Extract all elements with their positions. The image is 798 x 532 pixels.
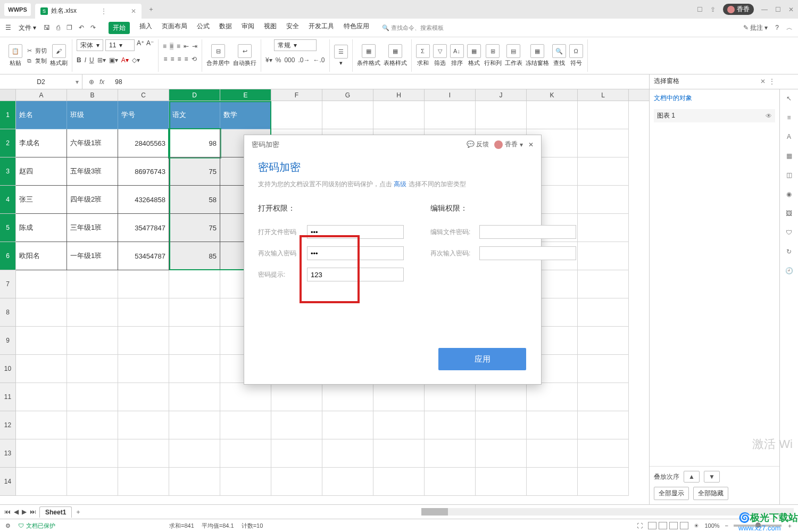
border-button[interactable]: ⊞▾ bbox=[97, 56, 106, 64]
cell[interactable] bbox=[271, 468, 322, 496]
cell[interactable] bbox=[373, 101, 425, 129]
cell[interactable]: 三年级1班 bbox=[67, 214, 118, 242]
indent-inc-icon[interactable]: ⇥ bbox=[192, 43, 197, 50]
cell[interactable] bbox=[118, 411, 169, 439]
cell[interactable] bbox=[118, 327, 169, 355]
collapse-ribbon-icon[interactable]: ︿ bbox=[786, 23, 793, 32]
visibility-toggle-icon[interactable]: 👁 bbox=[766, 112, 772, 120]
tab-menu-icon[interactable]: ⋮ bbox=[101, 7, 107, 15]
cell[interactable]: 35477847 bbox=[118, 214, 169, 242]
align-bot-icon[interactable]: ≡ bbox=[177, 43, 180, 50]
cell[interactable] bbox=[16, 439, 67, 468]
filter-button[interactable]: ▽筛选 bbox=[433, 44, 447, 67]
cell[interactable]: 五年级3班 bbox=[67, 157, 118, 186]
cell[interactable] bbox=[118, 298, 169, 327]
cell[interactable] bbox=[169, 468, 220, 496]
row-header[interactable]: 14 bbox=[0, 468, 16, 496]
edit-password-confirm-input[interactable] bbox=[479, 246, 576, 260]
cell[interactable]: 赵四 bbox=[16, 157, 67, 186]
cell[interactable]: 75 bbox=[169, 214, 220, 242]
font-color-button[interactable]: A▾ bbox=[121, 56, 129, 64]
cell[interactable]: 75 bbox=[169, 157, 220, 186]
row-header[interactable]: 5 bbox=[0, 214, 16, 242]
cell[interactable] bbox=[169, 298, 220, 327]
underline-button[interactable]: U bbox=[89, 56, 94, 64]
cell[interactable] bbox=[527, 411, 578, 439]
feedback-button[interactable]: 💬 反馈 bbox=[467, 140, 489, 149]
cell[interactable] bbox=[67, 468, 118, 496]
cell[interactable] bbox=[578, 327, 629, 355]
user-badge[interactable]: 香香 bbox=[723, 4, 754, 15]
cell[interactable] bbox=[322, 439, 373, 468]
col-header[interactable]: L bbox=[578, 89, 629, 101]
cell[interactable] bbox=[578, 468, 629, 496]
fx-label[interactable]: fx bbox=[99, 78, 104, 86]
cell[interactable] bbox=[16, 327, 67, 355]
number-format-select[interactable]: 常规▾ bbox=[274, 39, 317, 51]
cell[interactable] bbox=[578, 242, 629, 270]
close-tab-icon[interactable]: ✕ bbox=[131, 7, 136, 15]
cell[interactable] bbox=[578, 439, 629, 468]
cell[interactable] bbox=[169, 355, 220, 383]
help-icon[interactable]: ? bbox=[775, 24, 779, 31]
tab-review[interactable]: 审阅 bbox=[242, 22, 254, 34]
cell[interactable] bbox=[425, 439, 476, 468]
select-all-corner[interactable] bbox=[0, 89, 16, 101]
align-mid-icon[interactable]: ≡ bbox=[170, 43, 173, 50]
cell[interactable] bbox=[425, 411, 476, 439]
share-icon[interactable]: ⇪ bbox=[710, 6, 716, 13]
select-icon[interactable]: ↖ bbox=[786, 95, 792, 102]
cell[interactable]: 语文 bbox=[169, 101, 220, 129]
cell[interactable] bbox=[67, 439, 118, 468]
italic-button[interactable]: I bbox=[85, 56, 86, 64]
copy-button[interactable]: ⧉复制 bbox=[26, 57, 47, 65]
cell[interactable] bbox=[578, 101, 629, 129]
align-justify-icon[interactable]: ≡ bbox=[185, 55, 188, 63]
cell[interactable]: 四年级2班 bbox=[67, 186, 118, 214]
cell[interactable] bbox=[271, 101, 322, 129]
col-header[interactable]: G bbox=[322, 89, 373, 101]
cell[interactable] bbox=[118, 468, 169, 496]
decrease-font-icon[interactable]: A⁻ bbox=[146, 39, 154, 51]
orientation-icon[interactable]: ⟲ bbox=[192, 55, 197, 63]
col-header[interactable]: J bbox=[476, 89, 527, 101]
wrap-text-button[interactable]: ↩自动换行 bbox=[233, 44, 256, 67]
font-size-select[interactable]: 11▾ bbox=[105, 39, 135, 51]
cell[interactable] bbox=[220, 383, 271, 411]
text-icon[interactable]: A bbox=[787, 133, 791, 140]
cell[interactable]: 班级 bbox=[67, 101, 118, 129]
advanced-link[interactable]: 高级 bbox=[394, 180, 406, 188]
dialog-close-icon[interactable]: ✕ bbox=[528, 141, 534, 148]
settings-icon[interactable]: ⚙ bbox=[5, 522, 11, 529]
row-header[interactable]: 10 bbox=[0, 355, 16, 383]
cell[interactable] bbox=[220, 439, 271, 468]
font-name-select[interactable]: 宋体▾ bbox=[77, 39, 103, 51]
cell[interactable] bbox=[578, 270, 629, 298]
hide-all-button[interactable]: 全部隐藏 bbox=[693, 487, 728, 500]
freeze-button[interactable]: ▦冻结窗格 bbox=[526, 44, 549, 67]
cell[interactable] bbox=[16, 355, 67, 383]
zoom-sheet-icon[interactable]: ⊕ bbox=[89, 78, 94, 86]
cell[interactable] bbox=[578, 157, 629, 186]
row-header[interactable]: 2 bbox=[0, 129, 16, 157]
cell[interactable] bbox=[476, 468, 527, 496]
indent-dec-icon[interactable]: ⇤ bbox=[184, 43, 189, 50]
cell[interactable] bbox=[425, 383, 476, 411]
camera-icon[interactable]: ◉ bbox=[786, 190, 792, 198]
cell[interactable] bbox=[373, 468, 425, 496]
cell[interactable]: 53454787 bbox=[118, 242, 169, 270]
cell[interactable] bbox=[118, 270, 169, 298]
redo-icon[interactable]: ↷ bbox=[90, 24, 96, 31]
cell[interactable] bbox=[271, 411, 322, 439]
tab-data[interactable]: 数据 bbox=[219, 22, 232, 34]
cell[interactable] bbox=[169, 327, 220, 355]
taskpane-close-icon[interactable]: ✕ bbox=[760, 78, 766, 85]
find-button[interactable]: 🔍查找 bbox=[552, 44, 566, 67]
rowcol-button[interactable]: ⊞行和列 bbox=[484, 44, 502, 67]
view-mode-buttons[interactable] bbox=[648, 522, 688, 529]
fill-color-button[interactable]: ▣▾ bbox=[109, 56, 118, 64]
cell[interactable] bbox=[16, 411, 67, 439]
align-top-icon[interactable]: ≡ bbox=[163, 43, 167, 50]
clear-format-button[interactable]: ◇▾ bbox=[132, 56, 140, 64]
sheet-tab[interactable]: Sheet1 bbox=[39, 506, 72, 518]
